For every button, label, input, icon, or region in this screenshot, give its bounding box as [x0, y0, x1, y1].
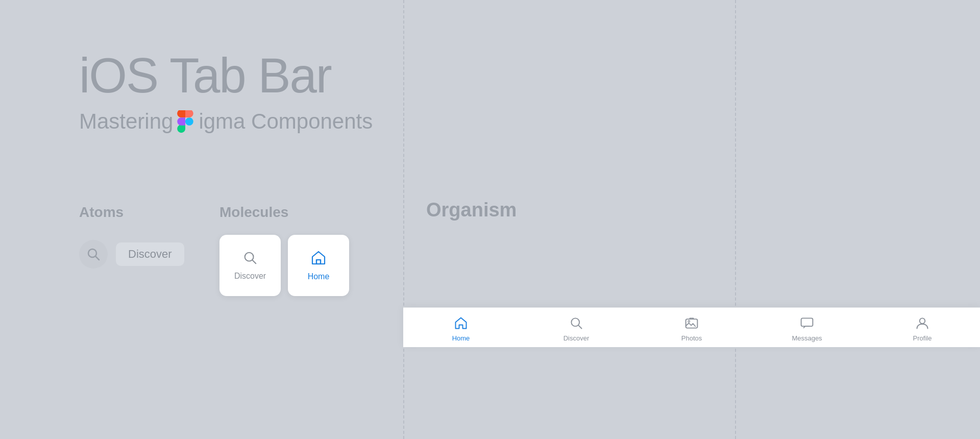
- page-subtitle: Mastering igma Components: [79, 109, 373, 134]
- atoms-section: Discover: [79, 240, 184, 269]
- organism-label: Organism: [426, 199, 517, 221]
- svg-rect-5: [316, 260, 321, 264]
- home-tab-label: Home: [452, 334, 470, 342]
- home-tab-icon: [454, 316, 468, 332]
- photos-tab-icon: [684, 316, 699, 332]
- svg-rect-10: [801, 318, 813, 326]
- molecules-label: Molecules: [219, 204, 288, 221]
- svg-line-2: [95, 256, 99, 260]
- profile-tab-label: Profile: [913, 334, 932, 342]
- tab-photos[interactable]: Photos: [634, 312, 749, 345]
- profile-tab-icon: [915, 316, 929, 332]
- main-background: iOS Tab Bar Mastering igma Components At…: [0, 0, 980, 439]
- search-icon-atom: [79, 240, 108, 269]
- discover-icon: [242, 250, 258, 267]
- home-icon-active: [310, 250, 327, 268]
- tab-profile[interactable]: Profile: [865, 312, 980, 345]
- svg-line-7: [578, 325, 581, 328]
- discover-tab-label: Discover: [564, 334, 590, 342]
- discover-tab-icon: [569, 316, 583, 332]
- svg-rect-8: [686, 319, 698, 328]
- messages-tab-label: Messages: [792, 334, 822, 342]
- tab-home[interactable]: Home: [403, 312, 519, 345]
- tab-discover[interactable]: Discover: [519, 312, 634, 345]
- molecules-section: Discover Home: [219, 235, 349, 296]
- title-section: iOS Tab Bar Mastering igma Components: [79, 51, 373, 134]
- page-title: iOS Tab Bar: [79, 51, 373, 100]
- divider-right: [735, 0, 736, 439]
- tab-messages[interactable]: Messages: [749, 312, 865, 345]
- molecule-discover-label: Discover: [234, 272, 266, 281]
- molecule-home-label: Home: [308, 272, 330, 281]
- tab-bar: Home Discover P: [403, 307, 980, 347]
- svg-point-9: [688, 321, 690, 323]
- atoms-label: Atoms: [79, 204, 124, 221]
- svg-line-4: [253, 260, 256, 264]
- atom-discover-label: Discover: [116, 242, 184, 266]
- svg-point-11: [920, 318, 925, 324]
- subtitle-after: igma Components: [199, 109, 373, 134]
- divider-left: [403, 0, 404, 439]
- messages-tab-icon: [800, 316, 814, 332]
- subtitle-before: Mastering: [79, 109, 173, 134]
- molecule-card-home[interactable]: Home: [288, 235, 349, 296]
- photos-tab-label: Photos: [681, 334, 702, 342]
- molecule-card-discover[interactable]: Discover: [219, 235, 281, 296]
- figma-logo: [177, 110, 193, 133]
